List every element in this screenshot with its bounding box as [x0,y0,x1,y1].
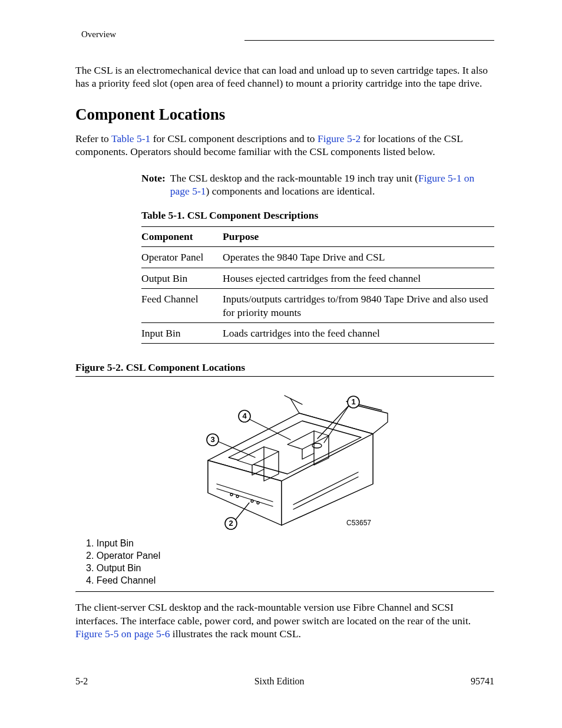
note-label: Note: [141,172,166,198]
closing-paragraph: The client-server CSL desktop and the ra… [75,601,494,640]
header-rule [244,40,494,41]
figure-rule-bottom [75,591,494,592]
callout-2: 2 [229,519,233,528]
legend-item: 1. Input Bin [86,538,494,550]
col-header-component: Component [141,227,223,247]
intro-paragraph: The CSL is an electromechanical device t… [75,64,494,90]
col-header-purpose: Purpose [223,227,494,247]
callout-4: 4 [242,411,247,420]
note-block: Note: The CSL desktop and the rack-mount… [141,172,494,198]
table-row: Output Bin Houses ejected cartridges fro… [141,268,494,288]
footer-edition: Sixth Edition [254,676,305,687]
footer-doc-number: 95741 [471,676,494,687]
callout-3: 3 [210,435,214,444]
figure-5-2: 1 2 3 4 C53657 [75,381,494,534]
link-figure-5-5[interactable]: Figure 5-5 on page 5-6 [75,628,170,640]
cell-purpose: Loads cartridges into the feed channel [223,322,494,343]
text: for CSL component descriptions and to [150,133,318,144]
cell-component: Input Bin [141,322,223,343]
figure-caption: Figure 5-2. CSL Component Locations [75,361,494,374]
text: illustrates the rack mount CSL. [170,628,301,640]
component-table: Component Purpose Operator Panel Operate… [141,226,494,344]
table-row: Feed Channel Inputs/outputs cartridges t… [141,289,494,323]
section-heading: Component Locations [75,106,494,124]
cell-component: Operator Panel [141,247,223,268]
refer-paragraph: Refer to Table 5-1 for CSL component des… [75,132,494,159]
callout-1: 1 [351,397,355,406]
artwork-number: C53657 [346,519,371,527]
cell-purpose: Operates the 9840 Tape Drive and CSL [223,247,494,268]
running-header: Overview [75,29,494,41]
note-text: The CSL desktop and the rack-mountable 1… [170,172,494,198]
running-header-text: Overview [75,29,244,41]
legend-item: 3. Output Bin [86,562,494,575]
cell-purpose: Houses ejected cartridges from the feed … [223,268,494,288]
figure-rule-top [75,376,494,377]
text: The CSL desktop and the rack-mountable 1… [170,172,418,184]
text: Refer to [75,133,111,144]
cell-component: Feed Channel [141,289,223,323]
table-row: Input Bin Loads cartridges into the feed… [141,322,494,343]
legend-item: 2. Operator Panel [86,550,494,562]
footer-page-number: 5-2 [75,676,88,687]
text: ) components and locations are identical… [206,185,375,197]
legend-item: 4. Feed Channel [86,575,494,587]
page-footer: 5-2 Sixth Edition 95741 [75,676,494,687]
callout-legend: 1. Input Bin 2. Operator Panel 3. Output… [86,538,494,587]
table-caption: Table 5-1. CSL Component Descriptions [141,209,494,222]
link-figure-5-2[interactable]: Figure 5-2 [318,133,361,144]
text: The client-server CSL desktop and the ra… [75,601,471,626]
csl-device-illustration: 1 2 3 4 [176,381,394,534]
link-table-5-1[interactable]: Table 5-1 [111,133,150,144]
cell-component: Output Bin [141,268,223,288]
table-row: Operator Panel Operates the 9840 Tape Dr… [141,247,494,268]
cell-purpose: Inputs/outputs cartridges to/from 9840 T… [223,289,494,323]
